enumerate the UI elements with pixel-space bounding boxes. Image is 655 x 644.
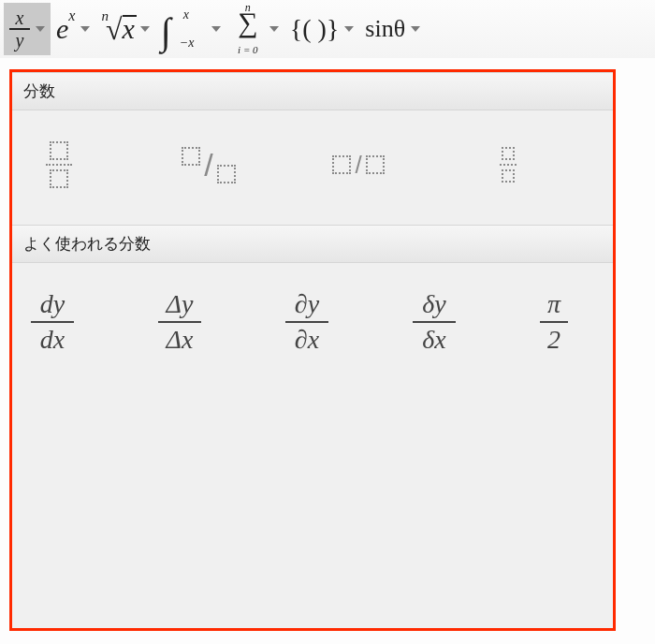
trig-icon: sinθ xyxy=(365,15,405,43)
placeholder-box-icon xyxy=(332,155,351,174)
fraction-menu[interactable]: x y xyxy=(4,3,51,55)
common-fraction-delta-y-delta-x[interactable]: δy δx xyxy=(413,289,456,355)
integral-menu[interactable]: ∫ x −x xyxy=(155,3,226,55)
placeholder-box-icon xyxy=(217,165,236,183)
common-fractions-header: よく使われる分数 xyxy=(12,225,613,263)
chevron-down-icon xyxy=(140,26,150,32)
radical-index: n xyxy=(101,8,109,24)
placeholder-box-icon xyxy=(50,141,68,160)
chevron-down-icon xyxy=(344,26,354,32)
fraction-icon-top: x xyxy=(16,9,24,26)
placeholder-box-icon xyxy=(366,155,385,174)
exponent-base: e xyxy=(56,13,68,45)
integral-icon: ∫ x −x xyxy=(161,7,206,51)
chevron-down-icon xyxy=(269,26,279,32)
template-stacked-fraction[interactable] xyxy=(31,137,87,193)
common-fraction-dy-dx[interactable]: dy dx xyxy=(31,289,74,355)
exponent-menu[interactable]: ex xyxy=(51,3,95,55)
chevron-down-icon xyxy=(80,26,90,32)
equation-editor-fraction-dropdown: x y ex n √x ∫ x −x n ∑ xyxy=(0,0,655,644)
chevron-down-icon xyxy=(211,26,221,32)
common-fraction-Delta-y-Delta-x[interactable]: Δy Δx xyxy=(158,289,201,355)
summation-menu[interactable]: n ∑ i = 0 xyxy=(226,3,284,55)
fraction-icon: x y xyxy=(9,9,30,49)
fraction-icon-bottom: y xyxy=(16,32,24,49)
slash-icon: / xyxy=(355,151,361,180)
bracket-menu[interactable]: {( )} xyxy=(284,3,360,55)
trig-menu[interactable]: sinθ xyxy=(359,3,426,55)
fraction-dropdown-panel: 分数 / / xyxy=(9,69,616,631)
template-small-stacked-fraction[interactable] xyxy=(480,137,536,193)
equation-ribbon: x y ex n √x ∫ x −x n ∑ xyxy=(0,0,655,58)
template-linear-fraction[interactable]: / xyxy=(330,137,386,193)
common-fraction-partial-y-partial-x[interactable]: ∂y ∂x xyxy=(285,289,328,355)
bracket-icon: {( )} xyxy=(290,14,340,44)
fraction-templates-grid: / / xyxy=(12,110,613,225)
radical-radicand: x xyxy=(123,13,135,45)
radical-menu[interactable]: n √x xyxy=(95,3,154,55)
chevron-down-icon xyxy=(36,26,45,32)
placeholder-box-icon xyxy=(182,147,200,166)
placeholder-box-icon xyxy=(50,169,68,188)
placeholder-box-icon xyxy=(502,169,515,183)
slash-icon: / xyxy=(204,147,212,183)
placeholder-box-icon xyxy=(502,147,515,160)
sigma-icon: n ∑ i = 0 xyxy=(232,7,264,51)
chevron-down-icon xyxy=(411,26,420,32)
template-skewed-fraction[interactable]: / xyxy=(181,137,237,193)
common-fraction-pi-over-2[interactable]: π 2 xyxy=(540,289,568,355)
fraction-templates-header: 分数 xyxy=(12,72,613,110)
common-fractions-grid: dy dx Δy Δx ∂y ∂x δy δx π 2 xyxy=(12,263,613,387)
exponent-sup: x xyxy=(68,7,75,24)
